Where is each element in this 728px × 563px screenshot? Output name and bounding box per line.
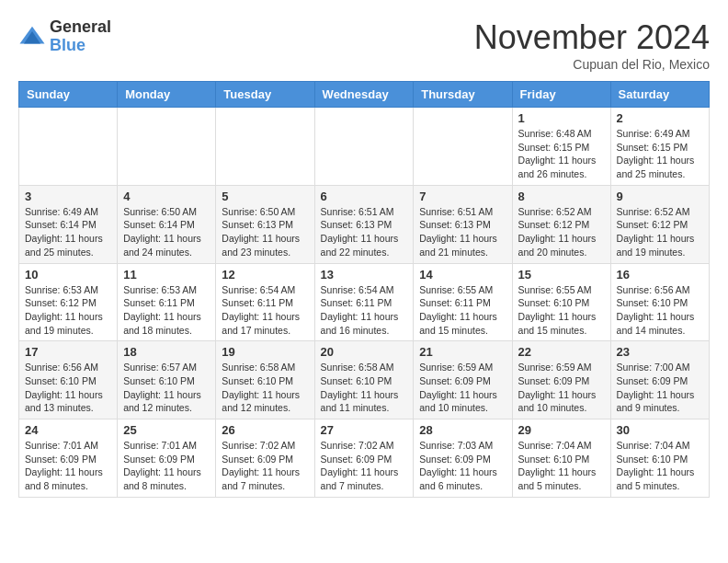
calendar-cell: 16Sunrise: 6:56 AM Sunset: 6:10 PM Dayli… <box>610 263 709 341</box>
calendar-cell: 11Sunrise: 6:53 AM Sunset: 6:11 PM Dayli… <box>118 263 216 341</box>
day-info: Sunrise: 7:02 AM Sunset: 6:09 PM Dayligh… <box>321 439 408 493</box>
calendar-cell: 15Sunrise: 6:55 AM Sunset: 6:10 PM Dayli… <box>512 263 610 341</box>
logo-icon <box>18 23 46 51</box>
day-number: 23 <box>617 345 703 359</box>
day-number: 1 <box>518 111 605 125</box>
day-info: Sunrise: 6:54 AM Sunset: 6:11 PM Dayligh… <box>321 283 408 338</box>
day-info: Sunrise: 6:52 AM Sunset: 6:12 PM Dayligh… <box>617 205 703 259</box>
calendar-cell: 8Sunrise: 6:52 AM Sunset: 6:12 PM Daylig… <box>512 185 610 263</box>
calendar-cell: 30Sunrise: 7:04 AM Sunset: 6:10 PM Dayli… <box>610 419 709 498</box>
day-info: Sunrise: 7:04 AM Sunset: 6:10 PM Dayligh… <box>617 439 703 493</box>
day-info: Sunrise: 7:01 AM Sunset: 6:09 PM Dayligh… <box>123 439 210 493</box>
calendar-cell: 20Sunrise: 6:58 AM Sunset: 6:10 PM Dayli… <box>314 341 414 419</box>
calendar-header-row: SundayMondayTuesdayWednesdayThursdayFrid… <box>19 82 710 108</box>
day-info: Sunrise: 7:00 AM Sunset: 6:09 PM Dayligh… <box>617 361 703 415</box>
month-title: November 2024 <box>474 18 710 57</box>
day-info: Sunrise: 6:56 AM Sunset: 6:10 PM Dayligh… <box>617 283 703 338</box>
day-header-wednesday: Wednesday <box>314 82 414 108</box>
day-header-friday: Friday <box>512 82 610 108</box>
day-number: 28 <box>419 423 506 437</box>
day-number: 18 <box>123 345 210 359</box>
calendar-cell <box>19 108 118 186</box>
day-number: 8 <box>518 190 605 203</box>
day-info: Sunrise: 6:49 AM Sunset: 6:14 PM Dayligh… <box>25 205 111 259</box>
calendar-cell: 6Sunrise: 6:51 AM Sunset: 6:13 PM Daylig… <box>314 185 414 263</box>
day-info: Sunrise: 6:48 AM Sunset: 6:15 PM Dayligh… <box>518 127 605 181</box>
calendar-cell: 2Sunrise: 6:49 AM Sunset: 6:15 PM Daylig… <box>610 108 709 186</box>
day-number: 16 <box>617 268 703 282</box>
calendar-cell: 19Sunrise: 6:58 AM Sunset: 6:10 PM Dayli… <box>216 341 314 419</box>
calendar-week-4: 17Sunrise: 6:56 AM Sunset: 6:10 PM Dayli… <box>19 341 710 419</box>
calendar-cell <box>118 108 216 186</box>
day-number: 25 <box>123 423 210 437</box>
day-number: 7 <box>419 190 506 203</box>
calendar-week-5: 24Sunrise: 7:01 AM Sunset: 6:09 PM Dayli… <box>19 419 710 498</box>
day-number: 14 <box>419 268 506 282</box>
calendar-cell: 24Sunrise: 7:01 AM Sunset: 6:09 PM Dayli… <box>19 419 118 498</box>
calendar-cell: 9Sunrise: 6:52 AM Sunset: 6:12 PM Daylig… <box>610 185 709 263</box>
day-number: 15 <box>518 268 605 282</box>
logo-blue: Blue <box>50 37 111 55</box>
day-number: 20 <box>321 345 408 359</box>
day-info: Sunrise: 6:52 AM Sunset: 6:12 PM Dayligh… <box>518 205 605 259</box>
day-info: Sunrise: 6:51 AM Sunset: 6:13 PM Dayligh… <box>321 205 408 259</box>
calendar-cell <box>216 108 314 186</box>
day-number: 21 <box>419 345 506 359</box>
day-number: 29 <box>518 423 605 437</box>
logo-text: General Blue <box>50 18 111 55</box>
calendar-cell: 23Sunrise: 7:00 AM Sunset: 6:09 PM Dayli… <box>610 341 709 419</box>
day-number: 4 <box>123 190 210 203</box>
calendar-cell: 14Sunrise: 6:55 AM Sunset: 6:11 PM Dayli… <box>414 263 512 341</box>
day-header-thursday: Thursday <box>414 82 512 108</box>
calendar-cell: 5Sunrise: 6:50 AM Sunset: 6:13 PM Daylig… <box>216 185 314 263</box>
day-info: Sunrise: 6:56 AM Sunset: 6:10 PM Dayligh… <box>25 361 111 415</box>
day-number: 27 <box>321 423 408 437</box>
day-info: Sunrise: 7:02 AM Sunset: 6:09 PM Dayligh… <box>222 439 308 493</box>
calendar-cell: 25Sunrise: 7:01 AM Sunset: 6:09 PM Dayli… <box>118 419 216 498</box>
day-number: 13 <box>321 268 408 282</box>
calendar-cell: 22Sunrise: 6:59 AM Sunset: 6:09 PM Dayli… <box>512 341 610 419</box>
calendar-cell: 10Sunrise: 6:53 AM Sunset: 6:12 PM Dayli… <box>19 263 118 341</box>
day-info: Sunrise: 7:03 AM Sunset: 6:09 PM Dayligh… <box>419 439 506 493</box>
day-header-tuesday: Tuesday <box>216 82 314 108</box>
day-info: Sunrise: 6:55 AM Sunset: 6:11 PM Dayligh… <box>419 283 506 338</box>
calendar-cell <box>314 108 414 186</box>
day-info: Sunrise: 6:59 AM Sunset: 6:09 PM Dayligh… <box>518 361 605 415</box>
day-number: 5 <box>222 190 308 203</box>
logo-general: General <box>50 18 111 37</box>
day-info: Sunrise: 6:53 AM Sunset: 6:12 PM Dayligh… <box>25 283 111 338</box>
day-header-sunday: Sunday <box>19 82 118 108</box>
calendar-cell <box>414 108 512 186</box>
page-header: General Blue November 2024 Cupuan del Ri… <box>18 18 710 72</box>
calendar-cell: 29Sunrise: 7:04 AM Sunset: 6:10 PM Dayli… <box>512 419 610 498</box>
calendar-cell: 17Sunrise: 6:56 AM Sunset: 6:10 PM Dayli… <box>19 341 118 419</box>
title-area: November 2024 Cupuan del Rio, Mexico <box>474 18 710 72</box>
day-number: 3 <box>25 190 111 203</box>
day-number: 2 <box>617 111 703 125</box>
day-info: Sunrise: 6:51 AM Sunset: 6:13 PM Dayligh… <box>419 205 506 259</box>
calendar-cell: 28Sunrise: 7:03 AM Sunset: 6:09 PM Dayli… <box>414 419 512 498</box>
day-number: 19 <box>222 345 308 359</box>
day-info: Sunrise: 6:59 AM Sunset: 6:09 PM Dayligh… <box>419 361 506 415</box>
day-header-saturday: Saturday <box>610 82 709 108</box>
logo: General Blue <box>18 18 111 55</box>
calendar-cell: 4Sunrise: 6:50 AM Sunset: 6:14 PM Daylig… <box>118 185 216 263</box>
calendar-week-2: 3Sunrise: 6:49 AM Sunset: 6:14 PM Daylig… <box>19 185 710 263</box>
day-info: Sunrise: 6:55 AM Sunset: 6:10 PM Dayligh… <box>518 283 605 338</box>
day-number: 22 <box>518 345 605 359</box>
day-number: 11 <box>123 268 210 282</box>
day-number: 17 <box>25 345 111 359</box>
calendar-cell: 7Sunrise: 6:51 AM Sunset: 6:13 PM Daylig… <box>414 185 512 263</box>
calendar-cell: 26Sunrise: 7:02 AM Sunset: 6:09 PM Dayli… <box>216 419 314 498</box>
calendar-cell: 1Sunrise: 6:48 AM Sunset: 6:15 PM Daylig… <box>512 108 610 186</box>
location-subtitle: Cupuan del Rio, Mexico <box>474 57 710 72</box>
calendar-cell: 27Sunrise: 7:02 AM Sunset: 6:09 PM Dayli… <box>314 419 414 498</box>
day-number: 30 <box>617 423 703 437</box>
day-number: 10 <box>25 268 111 282</box>
day-info: Sunrise: 7:04 AM Sunset: 6:10 PM Dayligh… <box>518 439 605 493</box>
calendar-table: SundayMondayTuesdayWednesdayThursdayFrid… <box>18 81 710 498</box>
day-info: Sunrise: 6:50 AM Sunset: 6:13 PM Dayligh… <box>222 205 308 259</box>
day-info: Sunrise: 6:50 AM Sunset: 6:14 PM Dayligh… <box>123 205 210 259</box>
day-info: Sunrise: 6:58 AM Sunset: 6:10 PM Dayligh… <box>321 361 408 415</box>
day-number: 24 <box>25 423 111 437</box>
